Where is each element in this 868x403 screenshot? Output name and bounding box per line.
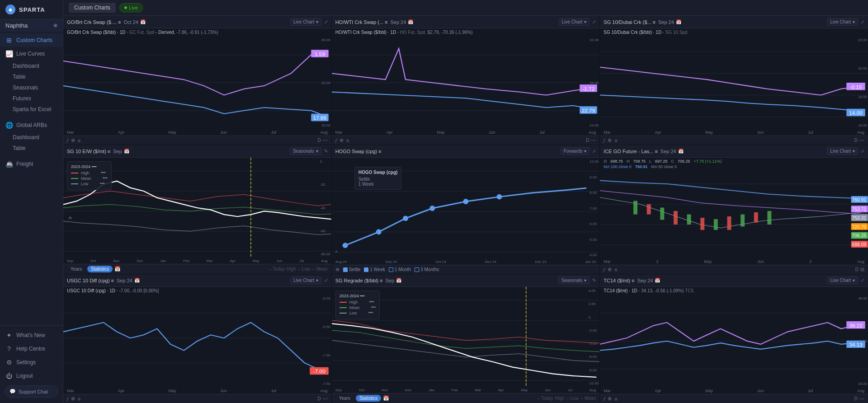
chart-sg-dubai-expand-icon[interactable]: ⤢ [861, 19, 864, 24]
chart-ho-wti-expand-icon[interactable]: ⤢ [592, 19, 596, 24]
chart-tc14-add-icon[interactable]: ⊕ [608, 396, 612, 402]
chart-sg-ew-stats-btn[interactable]: Statistics [87, 266, 113, 272]
chart-sg-ew-calendar2-icon[interactable]: 📅 [114, 266, 121, 272]
sidebar-item-seasonals[interactable]: Seasonals [0, 82, 63, 93]
chart-sg-ew-date-label: Sep [113, 149, 122, 154]
chart-sg-dubai-mode-btn[interactable]: Live Chart ▾ [827, 18, 858, 26]
chart-hogo-expand-icon[interactable]: ⤢ [592, 149, 596, 154]
chart-hogo-body: HOGO Swap (cpg) Settle 1 Week ^ 10.009.0… [332, 158, 600, 259]
svg-point-35 [376, 229, 381, 234]
chart-ho-wti-formula-icon[interactable]: 𝑓 [335, 137, 337, 143]
chart-tc14-menu-icon[interactable]: ≡ [614, 396, 617, 402]
chart-ice-go-type-icon[interactable]: ⊟ [860, 267, 864, 272]
chart-sg-dubai-add-icon[interactable]: ⊕ [608, 137, 612, 143]
svg-rect-51 [727, 216, 731, 230]
sidebar-item-global-arbs[interactable]: 🌐 Global ARBs [0, 118, 63, 132]
chart-go-brt-mode-btn[interactable]: Live Chart ▾ [290, 18, 321, 26]
chart-usgc-add-icon[interactable]: ⊕ [71, 396, 75, 402]
chart-go-brt-menu-icon[interactable]: ≡ [78, 138, 80, 143]
chart-sg-ew-calendar-icon[interactable]: 📅 [124, 149, 129, 154]
logo[interactable]: ◆ SPARTA [0, 0, 63, 19]
chart-hogo-add-icon[interactable]: ⊕ [335, 267, 340, 272]
chart-sg-dubai-menu-icon[interactable]: ≡ [614, 138, 617, 143]
chart-hogo-settle-check[interactable]: Settle [343, 267, 361, 272]
chart-ice-go-formula-icon[interactable]: 𝑓 [604, 267, 605, 272]
chart-tc14-type-icon[interactable]: 〰 [859, 396, 864, 402]
chart-go-brt-formula-icon[interactable]: 𝑓 [67, 137, 68, 143]
chart-go-brt-title: GO/Brt Crk Swap ($.... ≡ [67, 19, 121, 25]
chart-ho-wti-mode-btn[interactable]: Live Chart ▾ [559, 18, 590, 26]
chart-usgc-calendar-icon[interactable]: 📅 [134, 278, 140, 283]
custom-charts-icon: ⊞ [5, 37, 13, 44]
chart-ice-go-calendar-icon[interactable]: 📅 [678, 149, 684, 154]
svg-rect-50 [714, 219, 718, 230]
custom-charts-tab[interactable]: Custom Charts [69, 3, 116, 13]
chart-hogo: HOGO Swap (cpg) ≡ Forwards ▾ ⤢ [332, 145, 600, 274]
sidebar-item-live-curves[interactable]: 📈 Live Curves [0, 47, 63, 61]
sidebar-item-settings[interactable]: ⚙ Settings [0, 356, 63, 369]
chart-ice-go-mode-btn[interactable]: Live Chart ▾ [827, 147, 858, 155]
chart-sg-dubai-formula-icon[interactable]: 𝑓 [604, 137, 605, 143]
chart-go-brt-calendar-icon[interactable]: 📅 [140, 19, 146, 24]
chart-ice-go-expand-icon[interactable]: ⤢ [861, 149, 864, 154]
chart-sg-regrade-years-btn[interactable]: Years [335, 395, 354, 402]
chart-go-brt-add-icon[interactable]: ⊕ [71, 137, 75, 143]
sidebar-item-table[interactable]: Table [0, 71, 63, 82]
svg-rect-49 [701, 218, 705, 230]
chart-ho-wti-menu-icon[interactable]: ≡ [346, 138, 349, 143]
sidebar-item-logout[interactable]: ⏻ Logout [0, 369, 63, 383]
chart-hogo-1week-check[interactable]: 1 Week [364, 267, 385, 272]
chart-sg-regrade-calendar-icon[interactable]: 📅 [396, 278, 401, 283]
tc14-chevron-icon: ▾ [853, 278, 855, 283]
sidebar-item-whats-new[interactable]: ✦ What's New [0, 328, 63, 342]
chart-sg-ew-years-btn[interactable]: Years [67, 266, 85, 272]
chart-hogo-3month-check[interactable]: 3 Months [415, 267, 439, 272]
sidebar-item-dashboard[interactable]: Dashboard [0, 61, 63, 71]
ice-ma50-label: MA 50 close 0 [651, 164, 677, 169]
chart-tc14-formula-icon[interactable]: 𝑓 [604, 396, 605, 402]
support-chat-button[interactable]: 💬 Support Chat [5, 385, 58, 398]
chart-usgc-type-icon[interactable]: 〰 [323, 396, 328, 402]
chart-tc14-mode-btn[interactable]: Live Chart ▾ [827, 276, 858, 284]
chart-sg-ew-body: ^ 2023-2024 ━━ High*** Mean*** Low*** 0-… [63, 158, 331, 258]
sidebar-item-freight[interactable]: 🚢 Freight [0, 157, 63, 171]
chart-sg-ew-mode-btn[interactable]: Seasonals ▾ [290, 147, 321, 155]
sidebar-item-help[interactable]: ? Help Centre [0, 342, 63, 356]
sidebar-item-futures[interactable]: Futures [0, 93, 63, 104]
chart-usgc-menu-icon[interactable]: ≡ [78, 396, 80, 402]
chart-go-brt-type-icon[interactable]: 〰 [323, 138, 328, 143]
chart-usgc-mode-btn[interactable]: Live Chart ▾ [290, 276, 321, 284]
sidebar-item-sparta-excel[interactable]: Sparta for Excel [0, 104, 63, 115]
chart-sg-dubai-date-label: Sep 24 [658, 19, 674, 25]
chart-usgc-expand-icon[interactable]: ⤢ [324, 278, 328, 283]
chart-tc14-calendar-icon[interactable]: 📅 [655, 278, 660, 283]
chart-sg-regrade-mean-label: -- Mean [580, 396, 596, 401]
chart-sg-regrade-expand-icon[interactable]: ✎ [592, 278, 596, 283]
chart-ice-go-add-icon[interactable]: ⊕ [608, 267, 612, 272]
chart-tc14-expand-icon[interactable]: ⤢ [861, 278, 864, 283]
chart-tc14-controls: Live Chart ▾ ⤢ [827, 276, 864, 284]
chart-usgc-formula-icon[interactable]: 𝑓 [67, 396, 68, 402]
ice-go-chevron-icon: ▾ [853, 149, 855, 154]
chart-ho-wti-add-icon[interactable]: ⊕ [340, 137, 344, 143]
sidebar-item-dashboard2[interactable]: Dashboard [0, 132, 63, 143]
chart-ice-go-menu-icon[interactable]: ≡ [614, 267, 617, 272]
chart-go-brt: GO/Brt Crk Swap ($.... ≡ Oct 24 📅 Live C… [63, 16, 331, 145]
chart-sg-regrade-mode-btn[interactable]: Seasonals ▾ [558, 276, 590, 284]
chart-sg-regrade-calendar2-icon[interactable]: 📅 [383, 395, 389, 401]
sidebar-item-custom-charts[interactable]: ⊞ Custom Charts [0, 33, 63, 47]
chart-ho-wti-type-icon[interactable]: 〰 [591, 138, 596, 143]
chart-tc14-title: TC14 ($/mt) ≡ [604, 278, 634, 283]
chart-ho-wti-calendar-icon[interactable]: 📅 [408, 19, 413, 24]
chart-hogo-1month-check[interactable]: 1 Month [389, 267, 411, 272]
chart-sg-ew-expand-icon[interactable]: ✎ [324, 149, 328, 154]
chart-go-brt-controls: Live Chart ▾ ⤢ [290, 18, 328, 26]
sidebar-item-table2[interactable]: Table [0, 143, 63, 154]
chart-sg-regrade-stats-btn[interactable]: Statistics [356, 395, 381, 402]
chart-sg-dubai-calendar-icon[interactable]: 📅 [676, 19, 681, 24]
naphtha-section[interactable]: Naphtha ⊕ [0, 19, 63, 32]
chart-sg-dubai-type-icon[interactable]: 〰 [859, 138, 864, 143]
chart-go-brt-expand-icon[interactable]: ⤢ [324, 19, 328, 24]
chart-hogo-mode-btn[interactable]: Forwards ▾ [561, 147, 590, 155]
ice-low-label: L [649, 159, 651, 164]
